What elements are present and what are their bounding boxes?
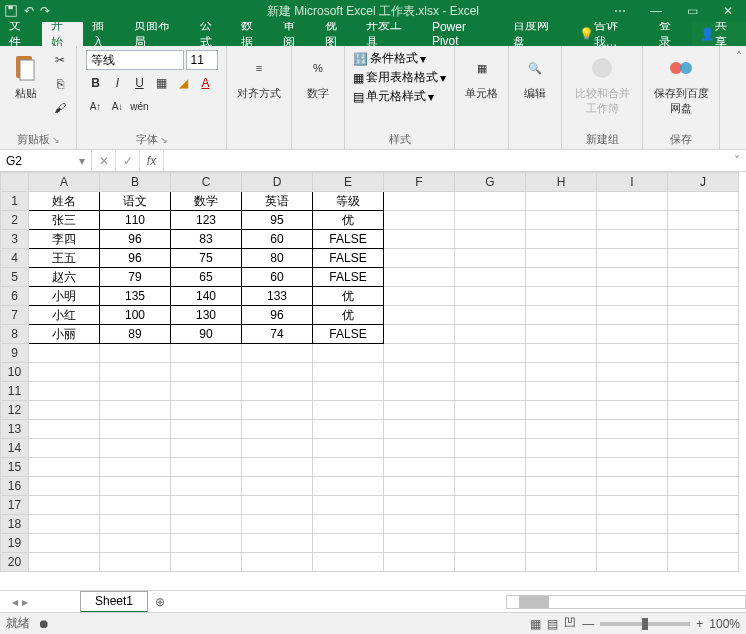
cell[interactable]	[455, 306, 526, 325]
cell[interactable]	[313, 477, 384, 496]
cell[interactable]	[313, 420, 384, 439]
underline-button[interactable]: U	[130, 73, 150, 93]
cell-grid[interactable]: ABCDEFGHIJ1姓名语文数学英语等级2张三11012395优3李四9683…	[0, 172, 739, 572]
cell[interactable]: 王五	[29, 249, 100, 268]
cell[interactable]: 小明	[29, 287, 100, 306]
tab-formula[interactable]: 公式	[191, 22, 233, 46]
row-header[interactable]: 4	[1, 249, 29, 268]
cell[interactable]	[171, 515, 242, 534]
font-size-combo[interactable]: 11	[186, 50, 218, 70]
tab-dev[interactable]: 开发工具	[357, 22, 422, 46]
cell[interactable]	[597, 211, 668, 230]
conditional-format-button[interactable]: 🔢 条件格式 ▾	[353, 50, 426, 67]
row-header[interactable]: 18	[1, 515, 29, 534]
tab-home[interactable]: 开始	[42, 22, 84, 46]
cell[interactable]	[384, 211, 455, 230]
cell[interactable]	[597, 325, 668, 344]
cell[interactable]	[29, 439, 100, 458]
column-header[interactable]: J	[668, 173, 739, 192]
cell[interactable]	[597, 382, 668, 401]
cell[interactable]: 90	[171, 325, 242, 344]
cell[interactable]	[526, 477, 597, 496]
cell[interactable]	[668, 477, 739, 496]
cell[interactable]	[29, 344, 100, 363]
cell[interactable]	[455, 268, 526, 287]
cell[interactable]	[455, 211, 526, 230]
cell[interactable]	[597, 192, 668, 211]
cell[interactable]	[171, 382, 242, 401]
cell[interactable]	[29, 553, 100, 572]
cell[interactable]	[171, 420, 242, 439]
cell[interactable]	[526, 382, 597, 401]
cell[interactable]	[384, 325, 455, 344]
cell[interactable]	[668, 306, 739, 325]
tab-review[interactable]: 审阅	[274, 22, 316, 46]
cell[interactable]	[455, 439, 526, 458]
cell[interactable]: 60	[242, 230, 313, 249]
row-header[interactable]: 1	[1, 192, 29, 211]
cell[interactable]	[455, 382, 526, 401]
cell[interactable]	[313, 515, 384, 534]
cell[interactable]	[526, 211, 597, 230]
view-pagelayout-icon[interactable]: ▤	[547, 617, 558, 631]
row-header[interactable]: 6	[1, 287, 29, 306]
cell[interactable]	[384, 230, 455, 249]
column-header[interactable]: H	[526, 173, 597, 192]
cancel-formula-icon[interactable]: ✕	[92, 150, 116, 171]
cell[interactable]: 83	[171, 230, 242, 249]
cell[interactable]	[100, 439, 171, 458]
cell[interactable]	[455, 325, 526, 344]
cell[interactable]	[384, 344, 455, 363]
collapse-ribbon-icon[interactable]: ˄	[732, 46, 746, 149]
cell[interactable]: 优	[313, 306, 384, 325]
cell[interactable]	[384, 439, 455, 458]
zoom-in-icon[interactable]: +	[696, 617, 703, 631]
cell[interactable]	[100, 382, 171, 401]
cell[interactable]	[455, 477, 526, 496]
cell[interactable]	[384, 363, 455, 382]
ribbon-options-icon[interactable]: ⋯	[602, 0, 638, 22]
row-header[interactable]: 7	[1, 306, 29, 325]
cell[interactable]	[455, 534, 526, 553]
cell[interactable]	[668, 534, 739, 553]
cell[interactable]: 优	[313, 211, 384, 230]
cell[interactable]	[384, 534, 455, 553]
cell[interactable]	[668, 325, 739, 344]
expand-formula-bar-icon[interactable]: ˅	[728, 154, 746, 168]
cell[interactable]	[668, 382, 739, 401]
cell[interactable]	[668, 230, 739, 249]
row-header[interactable]: 10	[1, 363, 29, 382]
cell[interactable]	[384, 496, 455, 515]
tab-tellme[interactable]: 💡 告诉我…	[570, 22, 650, 46]
macro-record-icon[interactable]: ⏺	[38, 617, 50, 631]
cell[interactable]: 96	[242, 306, 313, 325]
cell[interactable]	[100, 534, 171, 553]
cell[interactable]	[455, 344, 526, 363]
cell[interactable]	[668, 439, 739, 458]
column-header[interactable]: F	[384, 173, 455, 192]
cell[interactable]: 79	[100, 268, 171, 287]
cell[interactable]	[171, 344, 242, 363]
zoom-slider[interactable]	[600, 622, 690, 626]
cell[interactable]	[526, 363, 597, 382]
cell[interactable]	[384, 458, 455, 477]
cell[interactable]	[526, 534, 597, 553]
cell[interactable]: 张三	[29, 211, 100, 230]
cell[interactable]	[668, 287, 739, 306]
save-icon[interactable]	[4, 4, 18, 18]
view-pagebreak-icon[interactable]: 凹	[564, 615, 576, 632]
cell[interactable]	[242, 458, 313, 477]
row-header[interactable]: 9	[1, 344, 29, 363]
cell[interactable]: 小丽	[29, 325, 100, 344]
grid-scroll[interactable]: ABCDEFGHIJ1姓名语文数学英语等级2张三11012395优3李四9683…	[0, 172, 746, 590]
cell[interactable]: FALSE	[313, 268, 384, 287]
cell[interactable]: 英语	[242, 192, 313, 211]
cell[interactable]	[455, 249, 526, 268]
cell[interactable]	[455, 401, 526, 420]
row-header[interactable]: 12	[1, 401, 29, 420]
close-icon[interactable]: ✕	[710, 0, 746, 22]
cell[interactable]	[526, 439, 597, 458]
cell[interactable]	[171, 534, 242, 553]
cell[interactable]	[29, 382, 100, 401]
cell[interactable]: FALSE	[313, 249, 384, 268]
